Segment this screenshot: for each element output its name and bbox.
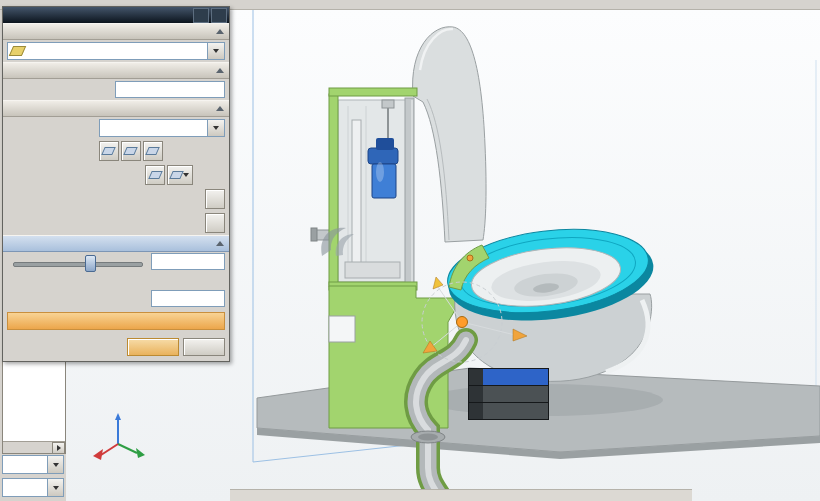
section-name-input[interactable] bbox=[115, 81, 225, 98]
coordinate-row-y[interactable] bbox=[469, 386, 548, 403]
resource-panel[interactable] bbox=[2, 356, 66, 454]
offset-value-input[interactable] bbox=[151, 253, 225, 270]
axis-y-plane-button[interactable] bbox=[121, 141, 141, 161]
combo-dropdown-button[interactable] bbox=[47, 456, 63, 473]
offset-slider[interactable] bbox=[13, 262, 143, 267]
orientation-dropdown[interactable] bbox=[99, 119, 225, 137]
type-dropdown-button[interactable] bbox=[207, 43, 224, 59]
specify-plane-button[interactable] bbox=[145, 165, 165, 185]
chevron-down-icon bbox=[53, 463, 59, 467]
chevron-down-icon bbox=[213, 49, 219, 53]
triad-x-arrow-icon bbox=[93, 449, 103, 460]
chevron-up-icon bbox=[216, 29, 224, 34]
dialog-pin-icon[interactable] bbox=[193, 8, 209, 23]
chevron-down-icon bbox=[183, 173, 189, 177]
coord-x-value[interactable] bbox=[483, 369, 548, 385]
triad-y-arrow-icon bbox=[136, 448, 145, 458]
section-header-offset[interactable] bbox=[3, 235, 229, 252]
arrow-right-icon bbox=[57, 445, 61, 451]
chevron-down-icon bbox=[53, 486, 59, 490]
view-section-dialog bbox=[2, 6, 230, 362]
combo-value[interactable] bbox=[3, 479, 47, 496]
coordinate-readout bbox=[468, 368, 549, 420]
section-header-plane[interactable] bbox=[3, 100, 229, 117]
alternate-plane-button[interactable] bbox=[205, 213, 225, 233]
snap-point bbox=[467, 255, 473, 261]
chevron-up-icon bbox=[216, 68, 224, 73]
view-triad bbox=[93, 413, 145, 460]
bottom-toolbar-bg bbox=[230, 489, 692, 501]
section-header-type[interactable] bbox=[3, 23, 229, 40]
scroll-right-button[interactable] bbox=[52, 442, 65, 454]
plane-icon bbox=[101, 147, 116, 155]
docked-combo-1[interactable] bbox=[2, 455, 64, 474]
combo-dropdown-button[interactable] bbox=[47, 479, 63, 496]
toilet-lid[interactable] bbox=[413, 27, 486, 242]
dialog-titlebar[interactable] bbox=[3, 7, 229, 23]
specify-transform-option[interactable] bbox=[7, 312, 225, 330]
chevron-up-icon bbox=[216, 241, 224, 246]
coordinate-row-x[interactable] bbox=[469, 369, 548, 386]
combo-value[interactable] bbox=[3, 456, 47, 473]
toilet-bowl[interactable] bbox=[443, 219, 658, 381]
handle-arrow-z-icon[interactable] bbox=[433, 277, 443, 289]
plane-icon bbox=[123, 147, 138, 155]
toilet-tank[interactable] bbox=[311, 88, 417, 290]
plane-icon bbox=[148, 171, 163, 179]
offset-slider-thumb[interactable] bbox=[85, 255, 96, 272]
coord-y-value[interactable] bbox=[483, 386, 548, 402]
cancel-button[interactable] bbox=[183, 338, 225, 356]
handle-origin-ball[interactable] bbox=[457, 317, 468, 328]
docked-combo-2[interactable] bbox=[2, 478, 64, 497]
step-value-input[interactable] bbox=[151, 290, 225, 307]
orientation-dropdown-button[interactable] bbox=[207, 120, 224, 136]
type-dropdown[interactable] bbox=[7, 42, 225, 60]
dialog-close-icon[interactable] bbox=[211, 8, 227, 23]
triad-z-arrow-icon bbox=[115, 413, 121, 420]
plane-icon bbox=[169, 171, 184, 179]
coordinate-row-z[interactable] bbox=[469, 403, 548, 419]
plane-icon bbox=[145, 147, 160, 155]
chevron-down-icon bbox=[213, 126, 219, 130]
panel-scrollbar[interactable] bbox=[3, 441, 65, 453]
coord-x-label bbox=[469, 369, 483, 385]
plane-dialog-button[interactable] bbox=[167, 165, 193, 185]
one-plane-icon bbox=[9, 46, 26, 56]
axis-x-plane-button[interactable] bbox=[99, 141, 119, 161]
axis-z-plane-button[interactable] bbox=[143, 141, 163, 161]
coord-z-label bbox=[469, 403, 483, 419]
coord-y-label bbox=[469, 386, 483, 402]
chevron-up-icon bbox=[216, 106, 224, 111]
ok-button[interactable] bbox=[127, 338, 179, 356]
coord-z-value[interactable] bbox=[483, 403, 548, 419]
section-header-name[interactable] bbox=[3, 62, 229, 79]
reverse-direction-button[interactable] bbox=[205, 189, 225, 209]
